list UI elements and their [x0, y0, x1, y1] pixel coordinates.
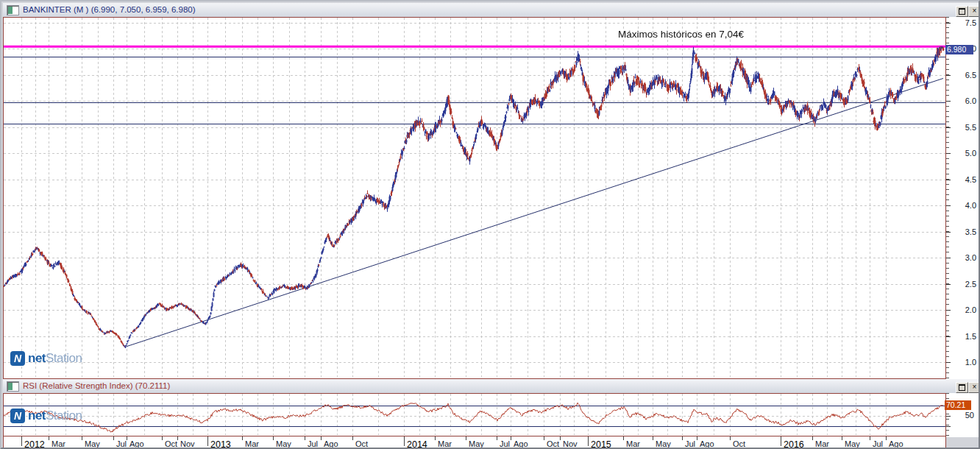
time-axis-year-label: 2012: [24, 439, 45, 449]
main-price-axis[interactable]: 7.57.06.56.05.55.04.54.03.53.02.52.01.51…: [946, 17, 980, 379]
time-axis-tick: [623, 436, 624, 440]
main-chart-title: BANKINTER (M ) (6.990, 7.050, 6.959, 6.9…: [23, 5, 196, 14]
rsi-titlebar[interactable]: RSI (Relative Strength Index) (70.2111) …: [3, 379, 980, 394]
time-axis-tick: [781, 436, 781, 446]
time-axis-year-label: 2013: [210, 439, 231, 449]
time-axis-tick: [560, 436, 561, 440]
main-chart-panel: BANKINTER (M ) (6.990, 7.050, 6.959, 6.9…: [3, 3, 980, 378]
time-axis-month-label: Ago: [889, 439, 903, 448]
price-axis-tick: [946, 232, 951, 233]
netstation-window: BANKINTER (M ) (6.990, 7.050, 6.959, 6.9…: [0, 0, 980, 449]
time-axis-month-label: Jul: [116, 439, 127, 448]
time-axis-tick: [404, 436, 405, 446]
price-axis-label: 5.0: [965, 149, 976, 158]
rsi-axis[interactable]: 50: [946, 393, 980, 437]
rsi-axis-tick: [946, 426, 951, 427]
time-axis-month-label: Oct: [733, 439, 745, 448]
price-axis-label: 3.0: [965, 253, 976, 262]
rsi-panel: RSI (Relative Strength Index) (70.2111) …: [3, 379, 980, 449]
price-axis-label: 1.0: [965, 358, 976, 367]
time-axis-year-label: 2016: [784, 439, 804, 449]
rsi-axis-tick: [946, 416, 951, 417]
time-axis-tick: [870, 436, 870, 440]
price-axis-tick: [946, 101, 951, 102]
rsi-mid-level-label: 50: [965, 411, 974, 420]
time-axis-month-label: Nov: [563, 439, 578, 448]
netstation-logo-station: Station: [46, 409, 82, 423]
price-axis-label: 2.5: [965, 280, 976, 289]
price-axis-tick: [946, 310, 951, 311]
time-axis-tick: [588, 436, 589, 446]
rsi-chart-canvas[interactable]: [4, 394, 945, 435]
main-chart-titlebar[interactable]: BANKINTER (M ) (6.990, 7.050, 6.959, 6.9…: [3, 3, 980, 18]
time-axis-month-label: May: [469, 439, 484, 448]
time-axis-tick: [177, 436, 178, 440]
price-axis-label: 4.0: [965, 201, 976, 210]
netstation-logo-station: Station: [46, 351, 82, 366]
time-axis-month-label: Jul: [308, 439, 318, 448]
price-axis-tick: [946, 75, 951, 76]
time-axis-month-label: May: [85, 439, 100, 448]
axis-minor-ticks: [946, 17, 949, 379]
price-axis-tick: [946, 284, 951, 285]
price-axis-label: 3.5: [965, 227, 976, 236]
time-axis-tick: [21, 436, 22, 446]
close-button[interactable]: ×: [968, 382, 980, 393]
time-axis-month-label: Ago: [700, 439, 714, 448]
price-axis-tick: [946, 205, 951, 206]
time-axis-tick: [842, 436, 842, 440]
rsi-value-tag: 70.21: [945, 400, 971, 410]
price-axis-tick: [946, 23, 951, 24]
rsi-plot-area[interactable]: [3, 393, 946, 437]
time-axis-tick: [653, 436, 653, 440]
time-axis-month-label: Oct: [355, 439, 368, 448]
time-axis-tick: [207, 436, 208, 446]
close-icon: ×: [973, 7, 977, 15]
price-axis-label: 1.5: [965, 332, 976, 341]
price-axis-tick: [946, 153, 951, 154]
time-axis-month-label: Oct: [165, 439, 177, 448]
time-axis-month-label: Nov: [180, 439, 195, 448]
time-axis-tick: [697, 436, 697, 440]
close-button[interactable]: ×: [968, 6, 980, 17]
time-axis-month-label: Mar: [52, 439, 65, 448]
time-axis-strip[interactable]: 2012MarMayJulAgoOctNov2013MarMayJulAgoOc…: [3, 436, 946, 449]
time-axis-tick: [730, 436, 731, 440]
time-axis-month-label: Jul: [500, 439, 510, 448]
time-axis-month-label: Jul: [873, 439, 883, 448]
time-axis-month-label: Oct: [547, 439, 559, 448]
time-axis-month-label: Ago: [324, 439, 338, 448]
main-chart-canvas[interactable]: [4, 18, 945, 377]
time-axis-tick: [305, 436, 305, 440]
main-plot-area[interactable]: [3, 17, 946, 379]
price-axis-tick: [946, 362, 951, 363]
time-axis-month-label: Ago: [129, 439, 144, 448]
time-axis-tick: [511, 436, 511, 440]
time-axis-tick: [886, 436, 887, 440]
price-axis-tick: [946, 336, 951, 337]
last-price-tag: 6.980: [945, 45, 973, 54]
time-axis-tick: [82, 436, 82, 440]
maximize-button[interactable]: [956, 6, 968, 17]
maximize-icon: [959, 8, 965, 15]
netstation-logo-icon: N: [10, 409, 25, 423]
time-axis-year-label: 2014: [407, 439, 427, 449]
chart-icon: [7, 5, 19, 15]
netstation-logo-icon: N: [10, 351, 25, 366]
historic-max-annotation: Máximos históricos en 7,04€: [618, 29, 744, 40]
time-axis-month-label: Ago: [514, 439, 528, 448]
time-axis-tick: [321, 436, 322, 440]
price-axis-tick: [946, 180, 951, 180]
time-axis-month-label: Mar: [438, 439, 452, 448]
time-axis-tick: [497, 436, 497, 440]
time-axis-tick: [812, 436, 813, 440]
rsi-title: RSI (Relative Strength Index) (70.2111): [23, 381, 170, 390]
price-axis-tick: [946, 127, 951, 128]
time-axis-month-label: May: [656, 439, 671, 448]
time-axis-month-label: Jul: [685, 439, 695, 448]
time-axis-tick: [127, 436, 127, 440]
time-axis-tick: [242, 436, 243, 440]
price-axis-tick: [946, 258, 951, 258]
time-axis-tick: [273, 436, 274, 440]
maximize-button[interactable]: [956, 382, 968, 393]
